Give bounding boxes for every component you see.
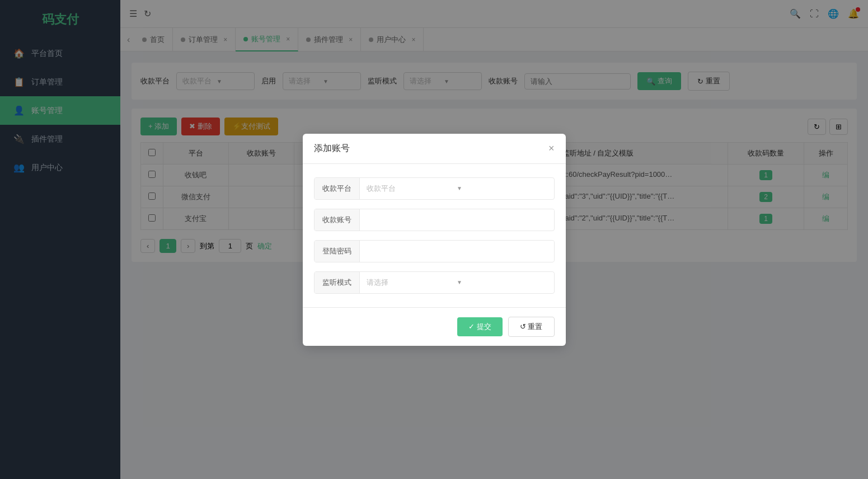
modal-submit-button[interactable]: ✓ 提交: [457, 317, 503, 336]
listen-form-value: 请选择: [367, 278, 457, 288]
modal-close-button[interactable]: ×: [548, 143, 555, 154]
listen-form-row: 监听模式 请选择 ▼: [314, 271, 555, 294]
main-content: ☰ ↻ 🔍 ⛶ 🌐 🔔 ‹ 首页 订单管理 × 账号管理 ×: [120, 0, 868, 479]
account-form-row: 收款账号: [314, 209, 555, 231]
account-form-input[interactable]: [360, 210, 554, 229]
password-form-label: 登陆密码: [315, 241, 360, 262]
modal-title: 添加账号: [314, 143, 350, 154]
listen-form-select[interactable]: 请选择 ▼: [360, 272, 554, 293]
platform-form-select[interactable]: 收款平台 ▼: [360, 178, 554, 199]
password-form-row: 登陆密码: [314, 240, 555, 262]
platform-form-row: 收款平台 收款平台 ▼: [314, 177, 555, 200]
modal-footer: ✓ 提交 ↺ 重置: [303, 307, 566, 346]
modal-body: 收款平台 收款平台 ▼ 收款账号 登陆密码 监听模式: [303, 164, 566, 307]
account-form-label: 收款账号: [315, 209, 360, 231]
listen-form-label: 监听模式: [315, 272, 360, 293]
add-account-modal: 添加账号 × 收款平台 收款平台 ▼ 收款账号 登陆密码: [303, 134, 566, 346]
modal-header: 添加账号 ×: [303, 134, 566, 164]
platform-form-label: 收款平台: [315, 178, 360, 199]
platform-form-arrow: ▼: [457, 185, 547, 191]
modal-reset-button[interactable]: ↺ 重置: [508, 317, 555, 337]
platform-form-value: 收款平台: [367, 184, 457, 194]
modal-overlay: 添加账号 × 收款平台 收款平台 ▼ 收款账号 登陆密码: [120, 0, 868, 479]
listen-form-arrow: ▼: [457, 279, 547, 285]
password-form-input[interactable]: [360, 241, 554, 261]
